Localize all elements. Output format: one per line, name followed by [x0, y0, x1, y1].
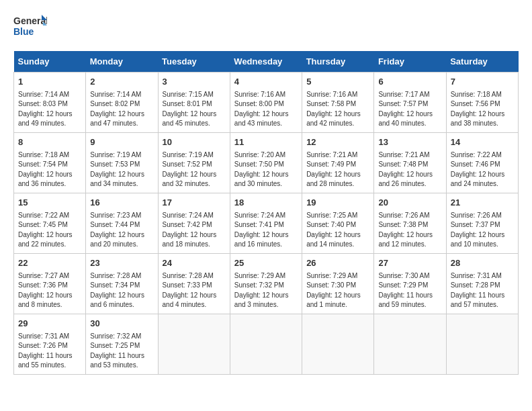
calendar-table: SundayMondayTuesdayWednesdayThursdayFrid…: [13, 51, 519, 375]
calendar-cell: 5Sunrise: 7:16 AMSunset: 7:58 PMDaylight…: [302, 73, 374, 133]
calendar-cell: 25Sunrise: 7:29 AMSunset: 7:32 PMDayligh…: [230, 254, 302, 314]
day-details: Sunrise: 7:28 AMSunset: 7:33 PMDaylight:…: [163, 271, 226, 310]
day-details: Sunrise: 7:26 AMSunset: 7:37 PMDaylight:…: [451, 211, 514, 250]
day-details: Sunrise: 7:32 AMSunset: 7:25 PMDaylight:…: [90, 332, 153, 371]
weekday-header-friday: Friday: [374, 51, 446, 73]
calendar-cell: 13Sunrise: 7:21 AMSunset: 7:48 PMDayligh…: [374, 133, 446, 193]
day-number: 29: [18, 318, 81, 330]
calendar-cell: 24Sunrise: 7:28 AMSunset: 7:33 PMDayligh…: [158, 254, 230, 314]
calendar-cell: 18Sunrise: 7:24 AMSunset: 7:41 PMDayligh…: [230, 193, 302, 254]
page-header: General Blue: [13, 13, 519, 40]
calendar-cell: [158, 314, 230, 375]
day-number: 11: [234, 136, 298, 149]
day-number: 17: [163, 197, 226, 210]
calendar-week-3: 15Sunrise: 7:22 AMSunset: 7:45 PMDayligh…: [14, 193, 519, 254]
day-number: 15: [18, 197, 81, 210]
day-number: 12: [306, 136, 369, 149]
calendar-cell: 28Sunrise: 7:31 AMSunset: 7:28 PMDayligh…: [446, 254, 518, 314]
day-details: Sunrise: 7:15 AMSunset: 8:01 PMDaylight:…: [163, 90, 226, 129]
day-details: Sunrise: 7:27 AMSunset: 7:36 PMDaylight:…: [18, 271, 81, 310]
day-details: Sunrise: 7:31 AMSunset: 7:26 PMDaylight:…: [18, 332, 81, 371]
day-number: 23: [90, 257, 153, 270]
day-number: 22: [18, 257, 81, 270]
weekday-header-saturday: Saturday: [446, 51, 518, 73]
day-number: 27: [378, 257, 441, 270]
calendar-cell: 15Sunrise: 7:22 AMSunset: 7:45 PMDayligh…: [14, 193, 86, 254]
day-details: Sunrise: 7:18 AMSunset: 7:56 PMDaylight:…: [451, 90, 514, 129]
day-details: Sunrise: 7:26 AMSunset: 7:38 PMDaylight:…: [378, 211, 441, 250]
day-details: Sunrise: 7:23 AMSunset: 7:44 PMDaylight:…: [90, 211, 153, 250]
logo: General Blue: [13, 13, 47, 40]
calendar-cell: 4Sunrise: 7:16 AMSunset: 8:00 PMDaylight…: [230, 73, 302, 133]
calendar-cell: 8Sunrise: 7:18 AMSunset: 7:54 PMDaylight…: [14, 133, 86, 193]
day-number: 2: [90, 76, 153, 89]
calendar-week-4: 22Sunrise: 7:27 AMSunset: 7:36 PMDayligh…: [14, 254, 519, 314]
calendar-cell: 10Sunrise: 7:19 AMSunset: 7:52 PMDayligh…: [158, 133, 230, 193]
calendar-cell: [230, 314, 302, 375]
calendar-cell: 20Sunrise: 7:26 AMSunset: 7:38 PMDayligh…: [374, 193, 446, 254]
calendar-cell: 29Sunrise: 7:31 AMSunset: 7:26 PMDayligh…: [14, 314, 86, 375]
day-details: Sunrise: 7:20 AMSunset: 7:50 PMDaylight:…: [234, 150, 298, 189]
day-details: Sunrise: 7:24 AMSunset: 7:42 PMDaylight:…: [163, 211, 226, 250]
svg-text:Blue: Blue: [13, 26, 34, 37]
day-details: Sunrise: 7:16 AMSunset: 7:58 PMDaylight:…: [306, 90, 369, 129]
day-number: 21: [451, 197, 514, 210]
calendar-cell: 21Sunrise: 7:26 AMSunset: 7:37 PMDayligh…: [446, 193, 518, 254]
day-details: Sunrise: 7:16 AMSunset: 8:00 PMDaylight:…: [234, 90, 298, 129]
calendar-week-1: 1Sunrise: 7:14 AMSunset: 8:03 PMDaylight…: [14, 73, 519, 133]
day-details: Sunrise: 7:22 AMSunset: 7:46 PMDaylight:…: [451, 150, 514, 189]
day-details: Sunrise: 7:25 AMSunset: 7:40 PMDaylight:…: [306, 211, 369, 250]
weekday-header-wednesday: Wednesday: [230, 51, 302, 73]
day-details: Sunrise: 7:18 AMSunset: 7:54 PMDaylight:…: [18, 150, 81, 189]
day-number: 24: [163, 257, 226, 270]
day-number: 1: [18, 76, 81, 89]
calendar-cell: 14Sunrise: 7:22 AMSunset: 7:46 PMDayligh…: [446, 133, 518, 193]
day-number: 20: [378, 197, 441, 210]
weekday-header-tuesday: Tuesday: [158, 51, 230, 73]
day-number: 26: [306, 257, 369, 270]
day-details: Sunrise: 7:21 AMSunset: 7:49 PMDaylight:…: [306, 150, 369, 189]
day-details: Sunrise: 7:19 AMSunset: 7:52 PMDaylight:…: [163, 150, 226, 189]
day-details: Sunrise: 7:29 AMSunset: 7:30 PMDaylight:…: [306, 271, 369, 310]
calendar-cell: 23Sunrise: 7:28 AMSunset: 7:34 PMDayligh…: [86, 254, 158, 314]
calendar-cell: 11Sunrise: 7:20 AMSunset: 7:50 PMDayligh…: [230, 133, 302, 193]
calendar-cell: [446, 314, 518, 375]
calendar-cell: 22Sunrise: 7:27 AMSunset: 7:36 PMDayligh…: [14, 254, 86, 314]
day-number: 16: [90, 197, 153, 210]
day-details: Sunrise: 7:31 AMSunset: 7:28 PMDaylight:…: [451, 271, 514, 310]
day-number: 6: [378, 76, 441, 89]
day-number: 3: [163, 76, 226, 89]
day-details: Sunrise: 7:19 AMSunset: 7:53 PMDaylight:…: [90, 150, 153, 189]
calendar-cell: 26Sunrise: 7:29 AMSunset: 7:30 PMDayligh…: [302, 254, 374, 314]
weekday-header-row: SundayMondayTuesdayWednesdayThursdayFrid…: [14, 51, 519, 73]
day-number: 5: [306, 76, 369, 89]
weekday-header-thursday: Thursday: [302, 51, 374, 73]
calendar-cell: 27Sunrise: 7:30 AMSunset: 7:29 PMDayligh…: [374, 254, 446, 314]
calendar-cell: 9Sunrise: 7:19 AMSunset: 7:53 PMDaylight…: [86, 133, 158, 193]
day-number: 13: [378, 136, 441, 149]
day-number: 9: [90, 136, 153, 149]
day-number: 19: [306, 197, 369, 210]
day-details: Sunrise: 7:22 AMSunset: 7:45 PMDaylight:…: [18, 211, 81, 250]
day-details: Sunrise: 7:30 AMSunset: 7:29 PMDaylight:…: [378, 271, 441, 310]
day-details: Sunrise: 7:28 AMSunset: 7:34 PMDaylight:…: [90, 271, 153, 310]
calendar-cell: 30Sunrise: 7:32 AMSunset: 7:25 PMDayligh…: [86, 314, 158, 375]
day-number: 18: [234, 197, 298, 210]
calendar-cell: 19Sunrise: 7:25 AMSunset: 7:40 PMDayligh…: [302, 193, 374, 254]
calendar-cell: [374, 314, 446, 375]
day-number: 8: [18, 136, 81, 149]
calendar-cell: 2Sunrise: 7:14 AMSunset: 8:02 PMDaylight…: [86, 73, 158, 133]
calendar-cell: 1Sunrise: 7:14 AMSunset: 8:03 PMDaylight…: [14, 73, 86, 133]
day-details: Sunrise: 7:24 AMSunset: 7:41 PMDaylight:…: [234, 211, 298, 250]
calendar-cell: [302, 314, 374, 375]
day-number: 7: [451, 76, 514, 89]
weekday-header-monday: Monday: [86, 51, 158, 73]
day-number: 25: [234, 257, 298, 270]
calendar-week-5: 29Sunrise: 7:31 AMSunset: 7:26 PMDayligh…: [14, 314, 519, 375]
day-details: Sunrise: 7:29 AMSunset: 7:32 PMDaylight:…: [234, 271, 298, 310]
day-details: Sunrise: 7:21 AMSunset: 7:48 PMDaylight:…: [378, 150, 441, 189]
calendar-week-2: 8Sunrise: 7:18 AMSunset: 7:54 PMDaylight…: [14, 133, 519, 193]
calendar-cell: 17Sunrise: 7:24 AMSunset: 7:42 PMDayligh…: [158, 193, 230, 254]
day-number: 10: [163, 136, 226, 149]
day-number: 30: [90, 318, 153, 330]
